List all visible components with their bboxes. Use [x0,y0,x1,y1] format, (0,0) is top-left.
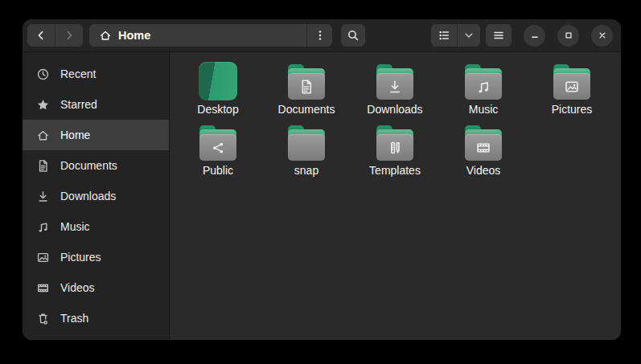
close-icon [597,30,608,41]
headerbar: Home [23,19,621,52]
folder-label: Downloads [367,103,422,116]
picture-icon [36,251,50,264]
folder-item-snap[interactable]: snap [262,120,351,181]
hamburger-icon [492,29,505,42]
templates-icon [387,140,403,156]
sidebar-item-label: Home [60,129,90,141]
chevron-left-icon [35,29,47,42]
folder-body [553,73,590,100]
home-icon [99,29,112,42]
sidebar-item-label: Recent [60,67,96,80]
main-split: Recent Starred Home Documents Downloads … [23,52,621,340]
back-button[interactable] [27,24,55,47]
sidebar-item-label: Music [60,220,90,233]
folder-label: Templates [369,164,421,177]
folder-label: Videos [466,164,501,177]
sidebar-item-label: Downloads [60,190,116,202]
current-location-label: Home [118,29,150,42]
download-icon [387,79,403,95]
film-icon [475,140,491,156]
folder-body [376,134,413,161]
folder-item-videos[interactable]: Videos [439,120,528,181]
breadcrumb: Home [89,29,306,42]
folder-item-music[interactable]: Music [439,59,528,120]
maximize-button[interactable] [557,25,579,47]
folder-label: Music [469,103,499,116]
sidebar-item-downloads[interactable]: Downloads [23,181,169,211]
folder-body [376,73,413,100]
close-button[interactable] [591,25,613,47]
trash-icon [36,312,50,325]
chevron-right-icon [63,29,76,42]
folder-item-templates[interactable]: Templates [351,120,439,181]
folder-icon [376,62,414,100]
window-controls [524,25,613,47]
sidebar-item-documents[interactable]: Documents [23,150,169,181]
sidebar-item-starred[interactable]: Starred [23,89,169,120]
document-icon [298,79,314,95]
folder-body [465,73,502,100]
folder-icon [464,123,503,162]
folder-item-desktop[interactable]: Desktop [174,59,262,120]
nav-button-group [27,24,83,47]
sidebar-item-label: Documents [60,159,117,172]
kebab-vertical-icon [314,29,327,42]
folder-label: Public [203,164,233,177]
folder-icon [464,62,503,100]
sidebar-item-label: Pictures [60,251,101,264]
folder-label: Documents [278,103,335,116]
sidebar-item-music[interactable]: Music [23,211,169,242]
sidebar-item-label: Starred [60,98,97,111]
list-view-icon [438,29,450,42]
path-bar[interactable]: Home [89,24,332,47]
minimize-icon [529,30,540,41]
share-icon [210,140,226,156]
document-icon [36,159,50,173]
app-menu-button[interactable] [486,24,512,47]
folder-icon [287,62,326,100]
sidebar: Recent Starred Home Documents Downloads … [23,52,170,340]
home-icon [36,129,50,142]
folder-icon [199,123,237,162]
folder-label: Desktop [197,103,238,116]
list-view-button[interactable] [431,24,457,47]
picture-icon [564,79,580,95]
folder-body [199,134,236,161]
folder-item-public[interactable]: Public [174,120,262,181]
search-button[interactable] [341,24,365,47]
download-icon [36,190,50,203]
folder-label: Pictures [552,103,593,116]
forward-button[interactable] [55,24,83,47]
sidebar-item-label: Trash [60,312,88,325]
minimize-button[interactable] [524,25,545,47]
clock-icon [36,67,50,81]
sidebar-item-home[interactable]: Home [23,120,169,150]
sidebar-item-pictures[interactable]: Pictures [23,242,169,272]
desktop-folder-icon [199,62,237,100]
folder-icon [553,62,591,100]
sidebar-item-trash[interactable]: Trash [23,303,169,333]
folder-icon [287,123,326,162]
view-toggle-group [431,24,480,47]
music-note-icon [36,220,50,234]
folder-item-documents[interactable]: Documents [262,59,351,120]
folder-body [288,73,325,100]
folder-body [288,134,325,161]
chevron-down-icon [462,29,475,42]
folder-grid: Desktop Documents Downloads Music Pictur… [174,59,620,181]
folder-label: snap [294,164,318,177]
music-note-icon [475,79,491,95]
sidebar-item-label: Videos [60,281,95,294]
star-icon [36,98,50,112]
folder-item-pictures[interactable]: Pictures [528,59,616,120]
file-view[interactable]: Desktop Documents Downloads Music Pictur… [170,52,621,340]
film-icon [36,281,50,295]
folder-icon [376,123,414,162]
magnifier-icon [347,29,360,42]
view-options-dropdown[interactable] [458,24,480,47]
files-window: Home [23,19,621,340]
sidebar-item-recent[interactable]: Recent [23,59,169,89]
folder-item-downloads[interactable]: Downloads [351,59,439,120]
location-menu-button[interactable] [307,24,332,47]
sidebar-item-videos[interactable]: Videos [23,272,169,303]
